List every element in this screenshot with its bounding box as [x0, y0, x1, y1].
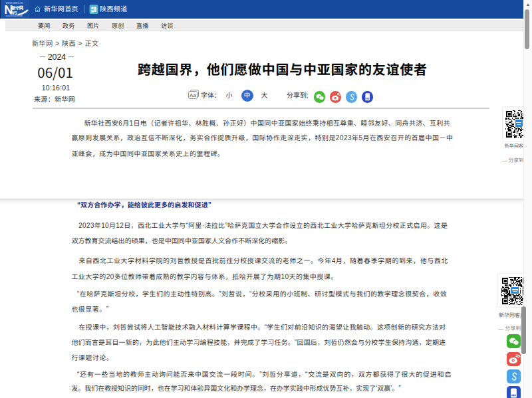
svg-text:www.xinhuanet.com: www.xinhuanet.com	[6, 15, 23, 17]
